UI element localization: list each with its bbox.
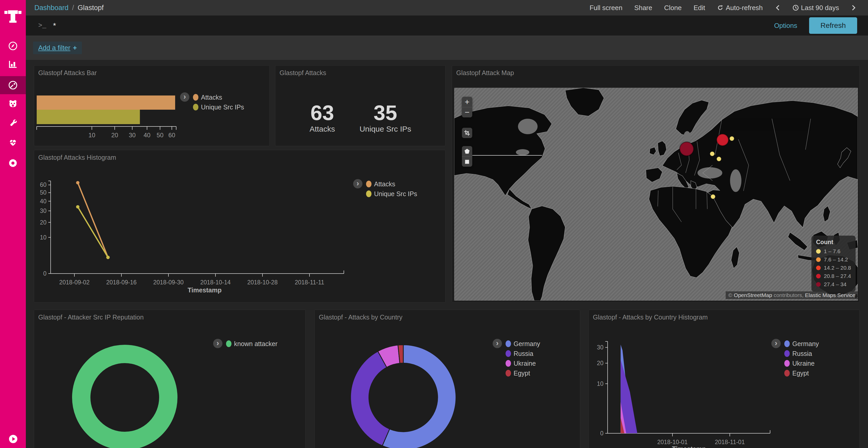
- legend-swatch-icon: [366, 181, 371, 187]
- legend-item[interactable]: Germany: [505, 339, 540, 349]
- land-south-america: [528, 206, 565, 301]
- legend-item[interactable]: Ukraine: [505, 358, 540, 368]
- svg-text:2018-09-16: 2018-09-16: [106, 279, 137, 286]
- legend-label: 7.6 – 14.2: [824, 256, 848, 263]
- time-forward-button[interactable]: [851, 4, 857, 11]
- polygon-icon: [464, 148, 470, 154]
- legend-item[interactable]: Egypt: [784, 368, 819, 378]
- bar-chart-icon: [7, 59, 19, 70]
- attacks-histogram-chart[interactable]: 01020304050602018-09-022018-09-162018-09…: [34, 150, 445, 303]
- panel-title: Glastopf Attacks Histogram: [38, 154, 116, 161]
- sidebar-item-dashboard[interactable]: [0, 76, 26, 94]
- zoom-in-button[interactable]: +: [462, 97, 472, 107]
- auto-refresh-button[interactable]: Auto-refresh: [717, 4, 763, 12]
- legend-item[interactable]: known attacker: [226, 339, 277, 349]
- svg-text:2018-11-11: 2018-11-11: [295, 279, 324, 286]
- sidebar-collapse-button[interactable]: [7, 433, 19, 445]
- legend-toggle-button[interactable]: ›: [213, 339, 222, 348]
- refresh-button[interactable]: Refresh: [809, 17, 857, 34]
- legend-item[interactable]: 27.4 – 34: [816, 280, 851, 288]
- legend-label: 1 – 7.6: [824, 248, 840, 254]
- sidebar-item-management[interactable]: [0, 154, 26, 172]
- legend-swatch-icon: [784, 350, 790, 357]
- legend-item[interactable]: Germany: [784, 339, 819, 349]
- clone-button[interactable]: Clone: [664, 4, 682, 12]
- reputation-donut-chart[interactable]: [34, 310, 306, 448]
- attack-dot[interactable]: [710, 151, 715, 156]
- x-axis-label: Timestamp: [179, 286, 230, 294]
- heartbeat-icon: [7, 137, 19, 148]
- legend: 1 – 7.67.6 – 14.214.2 – 20.820.8 – 27.42…: [816, 247, 851, 288]
- legend-item[interactable]: Unique Src IPs: [366, 189, 417, 199]
- legend-toggle-button[interactable]: ›: [180, 92, 189, 102]
- legend-item[interactable]: Russia: [505, 349, 540, 358]
- legend-swatch-icon: [505, 370, 511, 377]
- legend-item[interactable]: Attacks: [193, 92, 244, 102]
- zoom-out-button[interactable]: −: [462, 107, 472, 117]
- query-options-link[interactable]: Options: [774, 22, 797, 30]
- share-button[interactable]: Share: [634, 4, 652, 12]
- attack-dot[interactable]: [730, 136, 734, 141]
- add-filter-button[interactable]: Add a filter+: [33, 41, 82, 54]
- legend-label: Unique Src IPs: [201, 103, 244, 111]
- svg-text:40: 40: [144, 132, 151, 139]
- svg-text:2018-09-30: 2018-09-30: [153, 279, 184, 286]
- svg-text:20: 20: [111, 132, 118, 139]
- legend-item[interactable]: Unique Src IPs: [193, 102, 244, 112]
- sea-hudson-bay: [518, 119, 537, 134]
- land-iberia: [646, 168, 662, 182]
- world-map[interactable]: + −: [454, 88, 858, 301]
- edit-button[interactable]: Edit: [693, 4, 705, 12]
- sidebar-item-monitoring[interactable]: [0, 134, 26, 152]
- breadcrumb: Dashboard / Glastopf: [34, 4, 103, 12]
- draw-rectangle-button[interactable]: [462, 157, 472, 167]
- top-navbar: Dashboard / Glastopf Full screen Share C…: [26, 0, 868, 15]
- elastic-maps-link[interactable]: Elastic Maps Service: [805, 292, 855, 298]
- attack-dot[interactable]: [711, 194, 715, 199]
- breadcrumb-current: Glastopf: [78, 4, 104, 12]
- legend-item[interactable]: Russia: [784, 349, 819, 358]
- sidebar-item-visualize[interactable]: [0, 55, 26, 73]
- query-input[interactable]: *: [53, 21, 774, 30]
- svg-text:30: 30: [40, 207, 46, 214]
- sidebar-item-timelion[interactable]: [0, 95, 26, 113]
- draw-polygon-button[interactable]: [462, 146, 472, 157]
- legend-item[interactable]: Egypt: [505, 368, 540, 378]
- sidebar-item-discover[interactable]: [0, 37, 26, 55]
- legend-item[interactable]: 14.2 – 20.8: [816, 264, 851, 272]
- legend-item[interactable]: 1 – 7.6: [816, 247, 851, 255]
- telekom-logo-icon[interactable]: [4, 4, 22, 27]
- legend-item[interactable]: 7.6 – 14.2: [816, 255, 851, 264]
- crop-icon[interactable]: [462, 128, 472, 138]
- legend-item[interactable]: 20.8 – 27.4: [816, 272, 851, 280]
- legend-toggle-button[interactable]: ›: [493, 339, 502, 348]
- sea-baltic: [684, 131, 691, 142]
- panel-attack-map: Glastopf Attack Map: [452, 65, 860, 303]
- legend-item[interactable]: Attacks: [366, 179, 417, 189]
- attack-dot[interactable]: [680, 142, 693, 156]
- legend-item[interactable]: Ukraine: [784, 358, 819, 368]
- legend-title: Count: [816, 239, 851, 246]
- openstreetmap-link[interactable]: OpenStreetMap: [734, 292, 772, 298]
- svg-text:30: 30: [129, 132, 136, 139]
- breadcrumb-dashboard-link[interactable]: Dashboard: [34, 4, 68, 12]
- legend-toggle-button[interactable]: ›: [353, 179, 363, 188]
- legend-swatch-icon: [784, 340, 790, 347]
- attack-dot[interactable]: [717, 134, 728, 146]
- legend-swatch-icon: [505, 340, 511, 347]
- attack-dot[interactable]: [717, 157, 721, 161]
- land-ireland: [649, 147, 656, 155]
- metric-unique-src-ips: 35 Unique Src IPs: [360, 102, 411, 133]
- sea-caspian: [730, 169, 741, 192]
- sidebar-item-dev-tools[interactable]: [0, 114, 26, 132]
- filter-bar: Add a filter+: [26, 36, 868, 60]
- clock-icon: [792, 4, 799, 11]
- time-back-button[interactable]: [775, 4, 780, 11]
- metric-value: 35: [360, 102, 411, 123]
- country-histogram-chart[interactable]: 01020302018-10-012018-11-01: [589, 310, 860, 448]
- legend-toggle-button[interactable]: ›: [771, 339, 781, 348]
- svg-text:60: 60: [168, 132, 176, 139]
- full-screen-button[interactable]: Full screen: [590, 4, 622, 12]
- country-donut-chart[interactable]: [315, 310, 580, 448]
- time-range-picker[interactable]: Last 90 days: [792, 4, 839, 12]
